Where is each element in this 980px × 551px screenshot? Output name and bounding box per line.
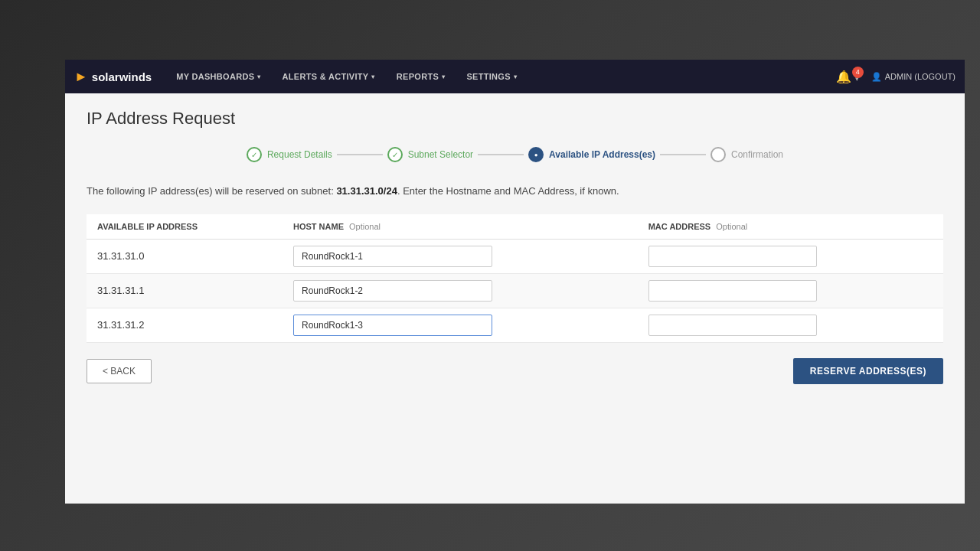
mac-input[interactable]: [648, 280, 817, 302]
col-header-hostname: HOST NAME Optional: [283, 214, 638, 240]
mac-input[interactable]: [648, 246, 817, 267]
step-circle-1: [247, 147, 262, 162]
chevron-down-icon: ▾: [514, 73, 517, 80]
wizard-step-available-ip: Available IP Address(es): [528, 147, 655, 162]
brand-logo[interactable]: ► solarwinds: [74, 69, 152, 85]
nav-item-dashboards[interactable]: MY DASHBOARDS ▾: [165, 60, 271, 93]
ip-address-value: 31.31.31.2: [97, 319, 144, 331]
col-header-mac: MAC ADDRESS Optional: [638, 214, 943, 240]
brand-name: solarwinds: [92, 70, 152, 83]
step-circle-3: [528, 147, 544, 162]
hostname-cell: [283, 239, 638, 273]
bell-icon: 🔔: [836, 70, 851, 83]
notification-button[interactable]: 🔔 4 ▾: [830, 67, 864, 87]
step-label-4: Confirmation: [731, 149, 783, 160]
step-label-1: Request Details: [267, 149, 332, 160]
table-row: 31.31.31.0: [87, 239, 943, 273]
wizard-step-confirmation: Confirmation: [710, 147, 783, 162]
chevron-down-icon: ▾: [257, 73, 260, 80]
step-connector-1: [337, 154, 383, 155]
admin-user-button[interactable]: 👤 ADMIN (LOGOUT): [871, 72, 956, 82]
reserve-button[interactable]: RESERVE ADDRESS(ES): [793, 358, 943, 384]
mac-cell: [638, 239, 943, 273]
footer-buttons: < BACK RESERVE ADDRESS(ES): [87, 358, 943, 384]
hostname-input[interactable]: [293, 280, 492, 302]
wizard-steps: Request Details Subnet Selector Availa: [87, 147, 943, 162]
nav-item-reports[interactable]: REPORTS ▾: [386, 60, 456, 93]
active-dot-icon: [534, 152, 538, 158]
table-header-row: AVAILABLE IP ADDRESS HOST NAME Optional …: [87, 214, 943, 240]
checkmark-icon: [392, 151, 398, 159]
step-circle-2: [387, 147, 403, 162]
ip-cell: 31.31.31.1: [87, 273, 283, 308]
ip-cell: 31.31.31.0: [87, 239, 283, 273]
mac-cell: [638, 273, 943, 308]
wizard-step-subnet-selector: Subnet Selector: [387, 147, 473, 162]
step-circle-4: [710, 147, 726, 162]
page-content: IP Address Request Request Details Subne…: [65, 93, 965, 504]
step-label-2: Subnet Selector: [408, 149, 473, 160]
hostname-input-active[interactable]: [293, 315, 492, 336]
mac-cell: [638, 308, 943, 342]
hostname-cell: [283, 308, 638, 342]
mac-optional-label: Optional: [716, 222, 747, 231]
nav-item-alerts[interactable]: ALERTS & ACTIVITY ▾: [272, 60, 386, 93]
subnet-highlight: 31.31.31.0/24: [336, 185, 397, 197]
table-row: 31.31.31.1: [87, 273, 943, 308]
ip-address-value: 31.31.31.0: [97, 250, 144, 262]
chevron-down-icon: ▾: [442, 73, 445, 80]
checkmark-icon: [251, 151, 257, 159]
page-title: IP Address Request: [87, 109, 943, 129]
navbar: ► solarwinds MY DASHBOARDS ▾ ALERTS & AC…: [65, 60, 965, 93]
nav-menu: MY DASHBOARDS ▾ ALERTS & ACTIVITY ▾ REPO…: [165, 60, 830, 93]
step-connector-2: [478, 154, 524, 155]
brand-icon: ►: [74, 69, 88, 85]
col-header-ip: AVAILABLE IP ADDRESS: [87, 214, 283, 240]
ip-cell: 31.31.31.2: [87, 308, 283, 342]
hostname-input[interactable]: [293, 246, 492, 267]
nav-right: 🔔 4 ▾ 👤 ADMIN (LOGOUT): [830, 67, 956, 87]
step-connector-3: [660, 154, 706, 155]
ip-address-value: 31.31.31.1: [97, 285, 144, 296]
ip-address-table: AVAILABLE IP ADDRESS HOST NAME Optional …: [87, 214, 943, 343]
hostname-optional-label: Optional: [349, 222, 381, 231]
chevron-down-icon: ▾: [371, 73, 374, 80]
table-row: 31.31.31.2: [87, 308, 943, 342]
back-button[interactable]: < BACK: [87, 359, 152, 383]
user-icon: 👤: [871, 72, 882, 82]
table-body: 31.31.31.0 31.31.31.1: [87, 239, 943, 342]
hostname-cell: [283, 273, 638, 308]
notification-badge: 4: [852, 67, 864, 78]
nav-item-settings[interactable]: SETTINGS ▾: [456, 60, 528, 93]
wizard-step-request-details: Request Details: [247, 147, 332, 162]
page-description: The following IP address(es) will be res…: [87, 184, 943, 199]
mac-input[interactable]: [648, 315, 817, 336]
step-label-3: Available IP Address(es): [549, 149, 655, 160]
